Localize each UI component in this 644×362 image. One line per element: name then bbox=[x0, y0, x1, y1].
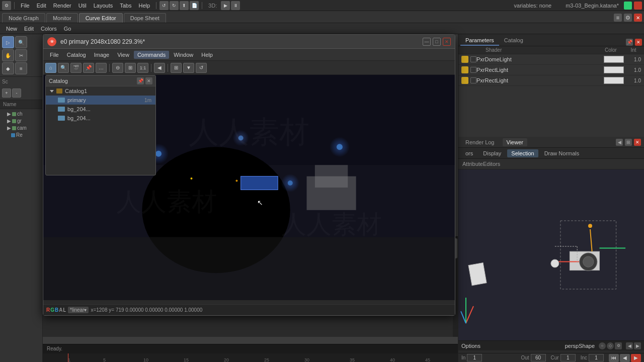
shader2-color[interactable] bbox=[604, 77, 624, 84]
viewer-menu-catalog[interactable]: Catalog bbox=[63, 51, 90, 59]
shader0-check[interactable] bbox=[470, 56, 476, 62]
cur-value[interactable]: 1 bbox=[560, 354, 576, 361]
menu-edit[interactable]: Edit bbox=[34, 2, 49, 10]
shader-row-0[interactable]: PxrDomeLight 1.0 bbox=[458, 54, 644, 65]
menu-new[interactable]: New bbox=[3, 25, 20, 33]
zoom-out-toolbar-btn[interactable]: ⊖ bbox=[112, 63, 123, 73]
params-close-btn[interactable]: ✕ bbox=[635, 39, 642, 46]
viewer3d-expand-btn[interactable]: ⊞ bbox=[625, 139, 632, 146]
viewport-prev-btn[interactable]: ◀ bbox=[626, 342, 633, 349]
viewport-settings-btn[interactable]: ⚙ bbox=[615, 342, 622, 349]
zoom-tool-icon[interactable]: 🔍 bbox=[15, 36, 27, 48]
refresh-toolbar-btn[interactable]: ↺ bbox=[196, 63, 207, 73]
tab-catalog[interactable]: Catalog bbox=[499, 36, 528, 46]
viewport-sync-btn[interactable]: ○ bbox=[599, 342, 606, 349]
menu-file[interactable]: File bbox=[18, 2, 33, 10]
menu-tabs[interactable]: Tabs bbox=[117, 2, 134, 10]
shader1-check[interactable] bbox=[470, 67, 476, 73]
viewport-bookmark-btn[interactable]: ◇ bbox=[607, 342, 614, 349]
viewer3d-close-btn[interactable]: ✕ bbox=[634, 139, 641, 146]
inc-value[interactable]: 1 bbox=[589, 354, 604, 361]
play-forward-btn[interactable]: ▶ bbox=[631, 354, 641, 362]
film-toolbar-btn[interactable]: 🎬 bbox=[70, 63, 82, 73]
play-back-btn[interactable]: ◀ bbox=[620, 354, 630, 362]
catalog-pin-btn[interactable]: 📌 bbox=[137, 77, 144, 84]
shader-row-1[interactable]: PxrRectLight 1.0 bbox=[458, 65, 644, 75]
shader-row-2[interactable]: PxrRectLight 1.0 bbox=[458, 75, 644, 86]
extra-tool-icon[interactable]: ≡ bbox=[15, 62, 27, 74]
menu-go[interactable]: Go bbox=[61, 25, 74, 33]
viewer-menu-image[interactable]: Image bbox=[91, 51, 113, 59]
catalog-close-btn[interactable]: ✕ bbox=[145, 77, 152, 84]
close-button[interactable]: ✕ bbox=[443, 38, 451, 46]
panel-menu-icon[interactable]: ≡ bbox=[614, 14, 622, 22]
menu-layouts[interactable]: Layouts bbox=[91, 2, 116, 10]
sg-item-re[interactable]: Re bbox=[2, 132, 40, 138]
prev-toolbar-btn[interactable]: ◀ bbox=[154, 63, 165, 73]
minimize-button[interactable]: — bbox=[423, 38, 431, 46]
shader2-check[interactable] bbox=[470, 77, 476, 83]
sg-item-ch[interactable]: ▶ ch bbox=[2, 111, 40, 117]
fit-toolbar-btn[interactable]: ⊞ bbox=[125, 63, 136, 73]
tab-monitor[interactable]: Monitor bbox=[46, 13, 78, 23]
viewer-menu-window[interactable]: Window bbox=[170, 51, 197, 59]
grid-toolbar-btn[interactable]: ⊞ bbox=[171, 63, 182, 73]
subtab-selection[interactable]: Selection bbox=[507, 149, 538, 157]
sc-btn2[interactable]: - bbox=[12, 88, 21, 98]
menu-help[interactable]: Help bbox=[135, 2, 153, 10]
tab-nodegraph[interactable]: Node Graph bbox=[2, 13, 45, 23]
catalog-item-catalog1[interactable]: Catalog1 bbox=[46, 86, 155, 96]
search-toolbar-btn[interactable]: 🔍 bbox=[58, 63, 69, 73]
home-toolbar-btn[interactable]: ⌂ bbox=[45, 63, 56, 73]
sg-item-cam[interactable]: ▶ cam bbox=[2, 125, 40, 131]
more-toolbar-btn[interactable]: … bbox=[96, 63, 107, 73]
pin-toolbar-btn[interactable]: 📌 bbox=[83, 63, 94, 73]
settings-icon[interactable]: ⚙ bbox=[2, 1, 11, 10]
maximize-button[interactable]: □ bbox=[433, 38, 441, 46]
tab-viewer3d[interactable]: Viewer bbox=[503, 138, 527, 146]
script-icon[interactable]: 📄 bbox=[190, 1, 199, 10]
insert-tool-icon[interactable]: ◆ bbox=[2, 62, 14, 74]
revert-icon[interactable]: ↻ bbox=[170, 1, 179, 10]
out-value[interactable]: 60 bbox=[531, 354, 546, 361]
viewer-menu-help[interactable]: Help bbox=[198, 51, 216, 59]
in-value[interactable]: 1 bbox=[467, 354, 482, 361]
tab-dopesheet[interactable]: Dope Sheet bbox=[124, 13, 166, 23]
viewer-menu-commands[interactable]: Commands bbox=[134, 51, 169, 59]
sg-item-gr[interactable]: ▶ gr bbox=[2, 118, 40, 124]
catalog-item-bg1[interactable]: bg_204... bbox=[46, 105, 155, 114]
shader1-color[interactable] bbox=[604, 66, 624, 73]
sc-btn1[interactable]: + bbox=[2, 88, 11, 98]
tab-curveeditor[interactable]: Curve Editor bbox=[79, 13, 123, 23]
viewer3d-pin-btn[interactable]: ◀ bbox=[616, 139, 623, 146]
menu-render[interactable]: Render bbox=[50, 2, 74, 10]
subtab-ors[interactable]: ors bbox=[461, 149, 477, 157]
viewport-next-btn[interactable]: ▶ bbox=[634, 342, 641, 349]
step-back-btn[interactable]: ⏮ bbox=[609, 354, 619, 362]
subtab-display[interactable]: Display bbox=[479, 149, 505, 157]
subtab-drawnormals[interactable]: Draw Normals bbox=[540, 149, 584, 157]
tab-parameters[interactable]: Parameters bbox=[460, 36, 499, 46]
pause-icon[interactable]: ⏸ bbox=[231, 1, 240, 10]
more2-toolbar-btn[interactable]: ▼ bbox=[183, 63, 194, 73]
timeline-ruler[interactable]: 1 5 10 15 20 25 30 35 40 45 50 55 60 bbox=[43, 353, 458, 362]
catalog-item-primary[interactable]: primary 1m bbox=[46, 96, 155, 105]
catalog-item-bg2[interactable]: bg_204... bbox=[46, 114, 155, 123]
close-panel-icon[interactable]: ✕ bbox=[634, 14, 642, 22]
menu-util[interactable]: Util bbox=[75, 2, 90, 10]
zoom-100-toolbar-btn[interactable]: 1:1 bbox=[137, 63, 148, 73]
tab-renderlog[interactable]: Render Log bbox=[461, 138, 499, 146]
panel-config-icon[interactable]: ⚙ bbox=[624, 14, 632, 22]
select-tool-icon[interactable]: ▷ bbox=[2, 36, 14, 48]
menu-colors[interactable]: Colors bbox=[38, 25, 60, 33]
shader0-color[interactable] bbox=[604, 56, 624, 63]
pan-tool-icon[interactable]: ✋ bbox=[2, 49, 14, 61]
menu-edit2[interactable]: Edit bbox=[21, 25, 37, 33]
linear-badge[interactable]: *linear▾ bbox=[68, 307, 89, 313]
play-icon[interactable]: ▶ bbox=[221, 1, 230, 10]
viewer-menu-view[interactable]: View bbox=[114, 51, 133, 59]
save-icon[interactable]: ⬆ bbox=[180, 1, 189, 10]
refresh-icon[interactable]: ↺ bbox=[159, 1, 169, 10]
viewer-menu-file[interactable]: File bbox=[46, 51, 62, 59]
cut-tool-icon[interactable]: ✂ bbox=[15, 49, 27, 61]
